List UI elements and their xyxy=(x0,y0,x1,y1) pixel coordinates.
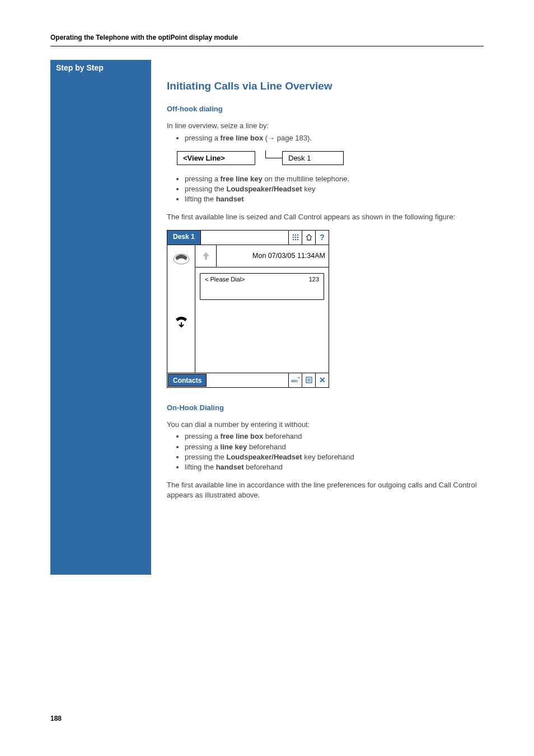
text: pressing the xyxy=(185,453,226,461)
offhook-bullet-loudspeaker: pressing the Loudspeaker/Headset key xyxy=(185,184,484,194)
svg-point-7 xyxy=(294,239,296,241)
text: pressing a xyxy=(185,175,221,183)
offhook-bullet-handset: lifting the handset xyxy=(185,194,484,204)
text: pressing a xyxy=(185,134,221,142)
list-icon[interactable] xyxy=(302,373,315,387)
handset-icon xyxy=(167,245,195,309)
offhook-heading: Off-hook dialing xyxy=(167,105,484,113)
close-icon[interactable]: ✕ xyxy=(315,373,329,387)
offhook-bullet-list-1: pressing a free line box (→ page 183). xyxy=(185,133,484,143)
offhook-bullet-freelinekey: pressing a free line key on the multilin… xyxy=(185,174,484,184)
desk1-box[interactable]: Desk 1 xyxy=(282,151,344,165)
text: pressing the xyxy=(185,185,226,193)
text: key beforehand xyxy=(302,453,354,461)
onhook-bullet-handset: lifting the handset beforehand xyxy=(185,462,484,472)
svg-point-3 xyxy=(292,237,294,238)
running-header: Operating the Telephone with the optiPoi… xyxy=(50,34,484,41)
text-bold: handset xyxy=(216,463,244,471)
onhook-heading: On-Hook Dialing xyxy=(167,403,484,412)
onhook-bullet-linekey: pressing a line key beforehand xyxy=(185,442,484,452)
dial-prompt-box[interactable]: < Please Dial> 123 xyxy=(200,273,324,300)
sidebar-title: Step by Step xyxy=(56,63,104,72)
text: key xyxy=(302,185,316,193)
svg-text:abc: abc xyxy=(291,379,298,383)
sidebar-step-by-step: Step by Step xyxy=(50,60,151,575)
svg-point-2 xyxy=(297,234,298,236)
text: beforehand xyxy=(247,443,285,451)
text: on the multiline telephone. xyxy=(263,175,349,183)
page-number: 188 xyxy=(50,715,62,722)
display-top-bar: Desk 1 ? xyxy=(167,231,329,245)
onhook-result-text: The first available line in accordance w… xyxy=(167,480,484,500)
svg-point-0 xyxy=(292,234,294,236)
offhook-bullet-list-2: pressing a free line key on the multilin… xyxy=(185,174,484,205)
svg-point-8 xyxy=(297,239,298,241)
keypad-icon[interactable] xyxy=(288,231,302,245)
offhook-bullet-freelinebox: pressing a free line box (→ page 183). xyxy=(185,133,484,143)
offhook-intro: In line overview, seize a line by: xyxy=(167,121,484,131)
onhook-bullet-list: pressing a free line box beforehand pres… xyxy=(185,431,484,472)
display-bottom-bar: Contacts abc ✕ xyxy=(167,373,329,387)
display-tab-desk1[interactable]: Desk 1 xyxy=(167,231,201,245)
text-bold: Loudspeaker/Headset xyxy=(226,185,302,193)
line-box-row: <View Line> Desk 1 xyxy=(177,151,484,165)
onhook-bullet-loudspeaker: pressing the Loudspeaker/Headset key bef… xyxy=(185,452,484,462)
text-bold: handset xyxy=(216,195,244,203)
svg-point-4 xyxy=(294,237,296,238)
onhook-bullet-freelinebox: pressing a free line box beforehand xyxy=(185,431,484,442)
text-bold: free line box xyxy=(221,432,264,440)
text-bold: free line box xyxy=(221,134,264,142)
offhook-result-text: The first available line is seized and C… xyxy=(167,212,484,222)
svg-point-1 xyxy=(294,234,296,236)
home-icon[interactable] xyxy=(302,231,315,245)
up-arrow-icon[interactable] xyxy=(195,245,217,267)
dial-mode-text: 123 xyxy=(309,276,319,283)
text: pressing a xyxy=(185,443,221,451)
svg-point-6 xyxy=(292,239,294,241)
contacts-tab[interactable]: Contacts xyxy=(168,374,207,387)
phone-down-icon xyxy=(167,309,195,373)
help-icon[interactable]: ? xyxy=(315,231,329,245)
text: lifting the xyxy=(185,463,216,471)
text: pressing a xyxy=(185,432,221,440)
text: (→ page 183). xyxy=(263,134,312,142)
section-title: Initiating Calls via Line Overview xyxy=(167,80,484,92)
text-bold: Loudspeaker/Headset xyxy=(226,453,302,461)
text: lifting the xyxy=(185,195,216,203)
abc-icon[interactable]: abc xyxy=(288,373,302,387)
onhook-intro: You can dial a number by entering it wit… xyxy=(167,420,484,430)
display-left-column xyxy=(167,245,195,373)
dial-prompt-text: < Please Dial> xyxy=(205,276,245,283)
text-bold: free line key xyxy=(221,175,263,183)
header-rule xyxy=(50,46,484,46)
connector-line xyxy=(265,151,282,158)
view-line-box[interactable]: <View Line> xyxy=(177,151,255,165)
text: beforehand xyxy=(263,432,302,440)
svg-point-5 xyxy=(297,237,298,238)
text-bold: line key xyxy=(221,443,247,451)
display-module: Desk 1 ? xyxy=(167,230,329,388)
text: beforehand xyxy=(244,463,283,471)
display-timestamp: Mon 07/03/05 11:34AM xyxy=(217,252,329,260)
